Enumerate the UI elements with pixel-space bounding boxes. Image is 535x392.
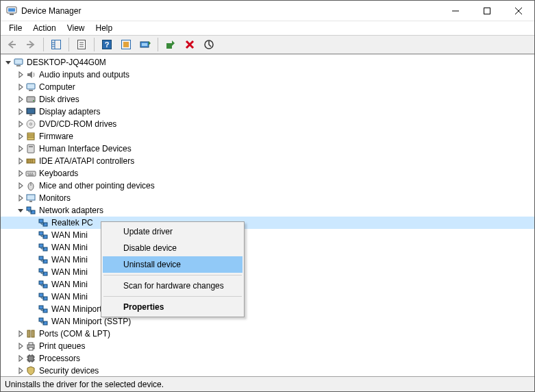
twisty-collapsed[interactable]: [16, 193, 25, 203]
back-button[interactable]: [3, 36, 20, 53]
svg-rect-28: [27, 84, 35, 89]
dvd-icon: [25, 119, 36, 130]
tree-row[interactable]: Human Interface Devices: [1, 143, 534, 155]
ctx-properties[interactable]: Properties: [103, 299, 242, 315]
disable-device-button[interactable]: [201, 36, 217, 53]
svg-rect-53: [29, 201, 32, 202]
tree-row[interactable]: DVD/CD-ROM drives: [1, 118, 534, 130]
tree-label: Mice and other pointing devices: [39, 181, 155, 191]
tree-row[interactable]: Display adapters: [1, 106, 534, 118]
menu-action[interactable]: Action: [27, 22, 61, 34]
close-button[interactable]: [503, 1, 534, 21]
tree-label: Human Interface Devices: [39, 144, 132, 154]
twisty-collapsed[interactable]: [16, 181, 25, 191]
ctx-sep: [103, 296, 242, 297]
twisty-collapsed[interactable]: [16, 354, 25, 363]
svg-rect-1: [8, 8, 15, 12]
tree-row[interactable]: Firmware: [1, 130, 534, 143]
tree-row[interactable]: Realtek PC: [1, 217, 534, 229]
twisty-expanded[interactable]: [3, 58, 13, 67]
show-hidden-button[interactable]: [118, 36, 134, 53]
twisty-collapsed[interactable]: [16, 329, 25, 339]
tree-row[interactable]: WAN Mini: [1, 278, 534, 291]
twisty-collapsed[interactable]: [16, 366, 25, 376]
twisty-collapsed[interactable]: [16, 119, 25, 129]
tree-row[interactable]: WAN Mini: [1, 254, 534, 266]
tree-row[interactable]: WAN Miniport (PPTP): [1, 303, 534, 315]
svg-rect-22: [166, 43, 172, 49]
tree-label: WAN Mini: [51, 280, 88, 289]
tree-row[interactable]: Mice and other pointing devices: [1, 180, 534, 192]
tree-row[interactable]: WAN Mini: [1, 291, 534, 303]
tree-row[interactable]: Monitors: [1, 192, 534, 204]
menubar: File Action View Help: [1, 21, 534, 35]
tree-row[interactable]: WAN Mini: [1, 229, 534, 241]
minimize-button[interactable]: [440, 1, 471, 21]
tree-row[interactable]: Disk drives: [1, 93, 534, 106]
twisty-none: [28, 317, 38, 326]
svg-rect-46: [27, 173, 29, 174]
mouse-icon: [25, 180, 36, 191]
app-icon: [6, 5, 17, 16]
tree-row[interactable]: WAN Miniport (SSTP): [1, 315, 534, 328]
svg-rect-77: [29, 343, 33, 345]
twisty-collapsed[interactable]: [16, 169, 25, 178]
svg-rect-39: [27, 145, 34, 153]
ctx-scan-hardware[interactable]: Scan for hardware changes: [103, 278, 242, 294]
svg-rect-47: [29, 173, 31, 174]
twisty-collapsed[interactable]: [16, 132, 25, 141]
show-hide-tree-button[interactable]: [48, 36, 64, 53]
device-manager-window: Device Manager File Action View Help ?: [0, 0, 535, 392]
svg-rect-36: [27, 133, 34, 140]
tree-label: DVD/CD-ROM drives: [39, 119, 116, 129]
svg-rect-74: [27, 330, 30, 337]
uninstall-device-button[interactable]: [182, 36, 198, 53]
computer-icon: [25, 82, 36, 93]
ctx-disable-device[interactable]: Disable device: [103, 240, 242, 256]
device-tree[interactable]: DESKTOP-JQ44G0M Audio inputs and outputs…: [1, 55, 534, 376]
keyboard-icon: [25, 168, 36, 179]
tree-row[interactable]: Ports (COM & LPT): [1, 328, 534, 340]
svg-rect-62: [39, 256, 43, 260]
twisty-collapsed[interactable]: [16, 156, 25, 166]
forward-button[interactable]: [23, 36, 39, 53]
tree-row[interactable]: DESKTOP-JQ44G0M: [1, 56, 534, 69]
twisty-none: [28, 304, 38, 314]
tree-row[interactable]: Audio inputs and outputs: [1, 69, 534, 81]
tree-row[interactable]: Keyboards: [1, 167, 534, 180]
ctx-update-driver[interactable]: Update driver: [103, 223, 242, 240]
hid-icon: [25, 143, 36, 154]
svg-rect-32: [27, 108, 35, 114]
properties-button[interactable]: [73, 36, 90, 53]
menu-help[interactable]: Help: [90, 22, 119, 34]
twisty-collapsed[interactable]: [16, 107, 25, 117]
tree-row[interactable]: Computer: [1, 81, 534, 93]
tree-label: Computer: [39, 82, 75, 92]
update-driver-button[interactable]: [162, 36, 179, 53]
tree-row[interactable]: Print queues: [1, 340, 534, 352]
tree-row[interactable]: IDE ATA/ATAPI controllers: [1, 155, 534, 167]
tree-row[interactable]: Network adapters: [1, 204, 534, 217]
menu-view[interactable]: View: [62, 22, 90, 34]
tree-row[interactable]: Processors: [1, 352, 534, 365]
twisty-collapsed[interactable]: [16, 341, 25, 351]
twisty-collapsed[interactable]: [16, 144, 25, 154]
twisty-collapsed[interactable]: [16, 95, 25, 104]
twisty-collapsed[interactable]: [16, 70, 25, 79]
twisty-collapsed[interactable]: [16, 82, 25, 92]
tree-label: WAN Mini: [51, 255, 88, 265]
svg-point-35: [30, 123, 32, 125]
menu-file[interactable]: File: [3, 22, 27, 34]
ctx-uninstall-device[interactable]: Uninstall device: [103, 256, 242, 273]
svg-rect-40: [29, 146, 33, 147]
tree-row[interactable]: Security devices: [1, 365, 534, 376]
monitor-icon: [25, 193, 36, 204]
tree-row[interactable]: WAN Mini: [1, 266, 534, 278]
scan-hardware-button[interactable]: [137, 36, 153, 53]
tree-row[interactable]: WAN Mini: [1, 241, 534, 254]
maximize-button[interactable]: [471, 1, 503, 21]
help-button[interactable]: ?: [99, 36, 115, 53]
twisty-expanded[interactable]: [16, 206, 25, 215]
network-icon: [38, 267, 49, 278]
twisty-none: [28, 218, 38, 228]
